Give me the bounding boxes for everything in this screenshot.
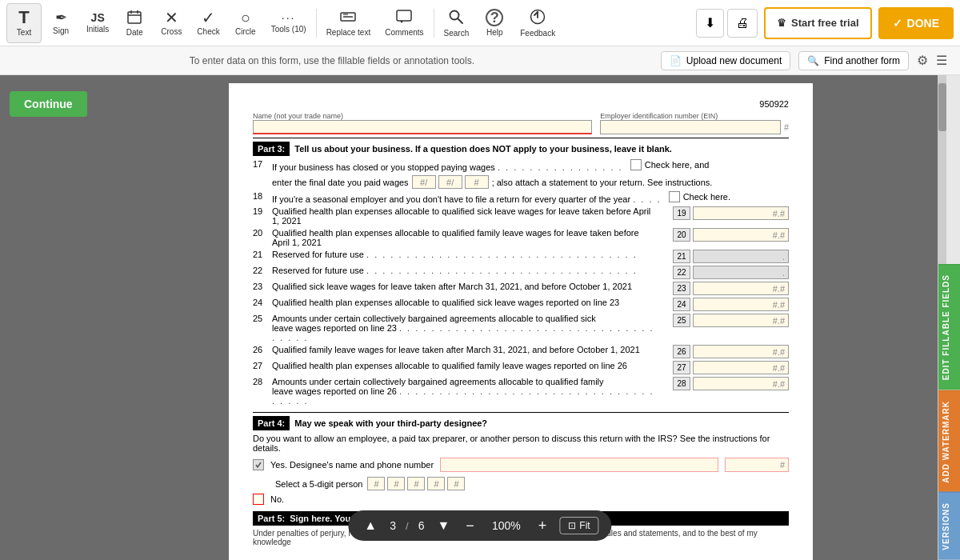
digit-5[interactable]: #	[447, 477, 465, 490]
no-checkbox[interactable]	[253, 494, 264, 505]
edit-fillable-fields-tab[interactable]: EDIT FILLABLE FIELDS	[938, 264, 960, 390]
digit-2[interactable]: #	[387, 477, 405, 490]
item-28-input[interactable]: # . #	[693, 377, 789, 390]
item-27-input[interactable]: # . #	[693, 361, 789, 374]
current-page: 3	[390, 519, 396, 532]
print-icon: 🖨	[736, 16, 749, 30]
item-18-checkbox-area: Check here.	[669, 191, 730, 202]
no-label: No.	[270, 494, 284, 504]
upload-new-document-button[interactable]: 📄 Upload new document	[661, 51, 790, 70]
tool-more[interactable]: ··· Tools (10)	[265, 3, 313, 43]
tool-help[interactable]: ? Help	[477, 3, 512, 43]
item-21-input[interactable]: .	[693, 250, 789, 263]
tool-group-left: T Text ✒ Sign JS Initials Date ✕ Cross ✓…	[6, 3, 313, 43]
items-19-28: 19 Qualified health plan expenses alloca…	[253, 206, 789, 406]
phone-input[interactable]: #	[725, 458, 789, 472]
subbar-info-text: To enter data on this form, use the fill…	[13, 55, 651, 66]
item-19-input[interactable]: # . #	[693, 206, 789, 220]
yes-row: Yes. Designee's name and phone number #	[253, 458, 789, 472]
add-watermark-tab[interactable]: ADD WATERMARK	[938, 390, 960, 493]
replace-text-label: Replace text	[326, 28, 371, 37]
versions-tab[interactable]: VERSIONS	[938, 492, 960, 560]
date-year[interactable]: #	[465, 175, 489, 189]
find-label: Find another form	[824, 55, 900, 66]
tool-circle[interactable]: ○ Circle	[228, 3, 263, 43]
tool-comments[interactable]: Comments	[378, 3, 430, 43]
comments-icon	[396, 10, 412, 26]
right-panel: EDIT FILLABLE FIELDS ADD WATERMARK VERSI…	[938, 75, 960, 560]
item-26-input[interactable]: # . #	[693, 345, 789, 358]
ein-field-group: Employer identification number (EIN) #	[600, 112, 789, 134]
item-20-input[interactable]: # . #	[693, 228, 789, 242]
item-23-input[interactable]: # . #	[693, 282, 789, 295]
download-icon: ⬇	[705, 15, 715, 30]
digit-4[interactable]: #	[427, 477, 445, 490]
item-20: 20 Qualified health plan expenses alloca…	[253, 228, 789, 247]
date-label: Date	[126, 28, 143, 37]
item-20-num: 20	[253, 228, 272, 238]
item-17-checkbox[interactable]	[630, 159, 642, 170]
designee-input[interactable]	[440, 458, 718, 472]
item-18-text: If you're a seasonal employer and you do…	[272, 191, 789, 204]
item-26: 26 Qualified family leave wages for leav…	[253, 345, 789, 358]
tool-sign[interactable]: ✒ Sign	[43, 3, 78, 43]
feedback-label: Feedback	[520, 29, 555, 38]
item-26-field: 26 # . #	[661, 345, 789, 358]
text-label: Text	[17, 28, 31, 37]
yes-checkbox[interactable]	[253, 459, 264, 470]
item-18-num: 18	[253, 191, 272, 201]
more-tools-label: Tools (10)	[271, 25, 306, 34]
ein-input[interactable]	[600, 120, 781, 134]
download-button[interactable]: ⬇	[696, 9, 724, 38]
tool-text[interactable]: T Text	[6, 3, 42, 43]
zoom-in-button[interactable]: +	[535, 518, 550, 534]
fit-button[interactable]: ⊡ Fit	[559, 517, 598, 534]
item-28-text: Amounts under certain collectively barga…	[272, 377, 661, 406]
part4-text: May we speak with your third-party desig…	[294, 418, 487, 428]
digit-3[interactable]: #	[407, 477, 425, 490]
digit-1[interactable]: #	[367, 477, 385, 490]
zoom-out-button[interactable]: −	[462, 518, 478, 534]
help-label: Help	[486, 28, 503, 37]
start-free-trial-button[interactable]: ♛ Start free trial	[764, 7, 872, 39]
item-25-input[interactable]: # . #	[693, 314, 789, 327]
tool-check[interactable]: ✓ Check	[190, 3, 226, 43]
item-19-num: 19	[253, 206, 272, 216]
tool-cross[interactable]: ✕ Cross	[154, 3, 189, 43]
item-18-checkbox[interactable]	[669, 191, 680, 202]
done-button[interactable]: ✓ DONE	[878, 7, 954, 39]
scrollbar[interactable]	[938, 75, 946, 264]
next-page-button[interactable]: ▼	[434, 518, 453, 533]
name-input[interactable]	[253, 120, 592, 134]
tool-feedback[interactable]: Feedback	[514, 3, 562, 43]
settings-gear-icon[interactable]: ⚙	[917, 53, 928, 68]
item-21-text: Reserved for future use . . . . . . . . …	[272, 250, 661, 259]
part3-text: Tell us about your business. If a questi…	[294, 144, 672, 154]
prev-page-button[interactable]: ▲	[361, 518, 380, 533]
date-day[interactable]: # /	[438, 175, 462, 189]
part4-header-row: Part 4: May we speak with your third-par…	[253, 412, 789, 430]
item-17-checkbox-area: Check here, and	[630, 159, 710, 170]
help-icon: ?	[486, 9, 503, 26]
item-25: 25 Amounts under certain collectively ba…	[253, 314, 789, 342]
tool-replace-text[interactable]: Replace text	[320, 3, 378, 43]
print-button[interactable]: 🖨	[727, 9, 758, 38]
continue-button[interactable]: Continue	[10, 91, 87, 117]
select-row: Select a 5-digit person # # # # #	[253, 477, 789, 490]
date-icon	[127, 10, 142, 26]
tool-initials[interactable]: JS Initials	[80, 3, 115, 43]
item-28-field: 28 # . #	[661, 377, 789, 390]
item-24-text: Qualified health plan expenses allocable…	[272, 298, 661, 307]
upload-icon: 📄	[670, 55, 682, 66]
menu-lines-icon[interactable]: ☰	[936, 53, 947, 68]
item-22-input[interactable]: .	[693, 266, 789, 279]
tool-date[interactable]: Date	[117, 3, 152, 43]
date-month[interactable]: # /	[412, 175, 436, 189]
item-28-line-num: 28	[673, 377, 690, 390]
item-19-text: Qualified health plan expenses allocable…	[272, 206, 661, 226]
name-ein-row: Name (not your trade name) Employer iden…	[253, 112, 789, 134]
item-24-input[interactable]: # . #	[693, 298, 789, 311]
ein-field-label: Employer identification number (EIN)	[600, 112, 789, 120]
tool-search[interactable]: Search	[438, 3, 476, 43]
find-another-form-button[interactable]: 🔍 Find another form	[798, 51, 909, 70]
